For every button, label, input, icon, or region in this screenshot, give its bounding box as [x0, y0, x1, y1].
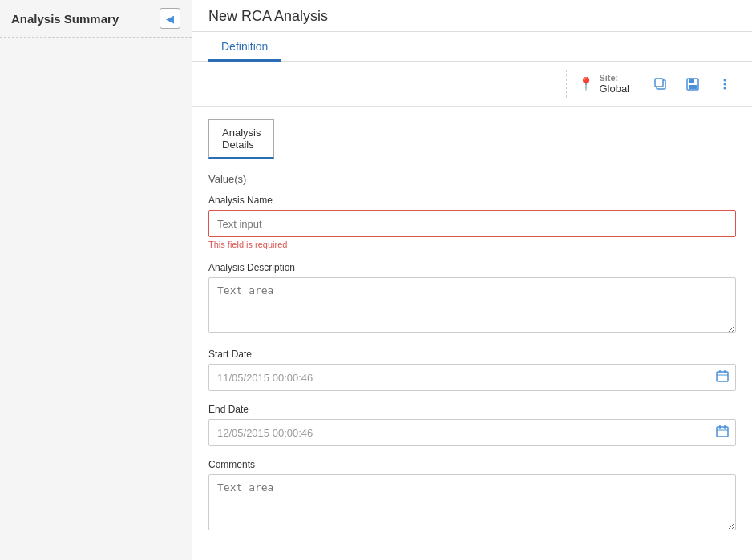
analysis-name-group: Analysis Name This field is required [208, 195, 736, 249]
svg-rect-4 [689, 85, 697, 89]
svg-point-7 [724, 87, 726, 89]
svg-rect-3 [689, 79, 694, 83]
sidebar-header: Analysis Summary ◀ [0, 0, 192, 38]
main-content: AnalysisDetails Value(s) Analysis Name T… [192, 107, 752, 560]
toolbar-actions [649, 73, 736, 95]
svg-rect-8 [717, 372, 728, 381]
section-values-label: Value(s) [208, 173, 736, 185]
start-date-wrapper [208, 364, 736, 391]
end-date-wrapper [208, 419, 736, 446]
end-date-input[interactable] [208, 419, 736, 446]
more-options-button[interactable] [714, 73, 736, 95]
analysis-description-label: Analysis Description [208, 262, 736, 273]
page-title: New RCA Analysis [192, 0, 752, 32]
site-details: Site: Global [599, 73, 629, 95]
start-date-label: Start Date [208, 348, 736, 360]
sidebar-title: Analysis Summary [11, 12, 119, 26]
svg-rect-12 [717, 427, 728, 437]
start-date-group: Start Date [208, 348, 736, 391]
tab-definition[interactable]: Definition [208, 32, 281, 62]
toolbar: 📍 Site: Global [192, 62, 752, 107]
start-date-input[interactable] [208, 364, 736, 391]
svg-rect-1 [655, 79, 663, 87]
main-panel: New RCA Analysis Definition 📍 Site: Glob… [192, 0, 752, 560]
comments-label: Comments [208, 459, 736, 470]
save-button[interactable] [681, 73, 704, 95]
analysis-description-group: Analysis Description [208, 262, 736, 336]
site-value: Global [599, 83, 629, 95]
svg-point-6 [724, 83, 726, 85]
inner-tab-bar: AnalysisDetails [208, 119, 736, 159]
analysis-description-textarea[interactable] [208, 277, 736, 333]
copy-button[interactable] [649, 73, 672, 95]
start-date-calendar-icon[interactable] [715, 369, 730, 386]
tab-analysis-details[interactable]: AnalysisDetails [208, 119, 274, 159]
tab-bar: Definition [192, 32, 752, 62]
sidebar-collapse-button[interactable]: ◀ [160, 8, 180, 29]
analysis-name-input[interactable] [208, 210, 736, 237]
location-icon: 📍 [578, 76, 594, 91]
end-date-calendar-icon[interactable] [715, 424, 730, 441]
sidebar: Analysis Summary ◀ [0, 0, 192, 560]
svg-point-5 [724, 79, 726, 81]
end-date-label: End Date [208, 404, 736, 415]
comments-textarea[interactable] [208, 474, 736, 530]
collapse-icon: ◀ [166, 13, 174, 25]
analysis-name-error: This field is required [208, 240, 736, 249]
comments-group: Comments [208, 459, 736, 533]
site-info: 📍 Site: Global [566, 70, 641, 98]
analysis-name-label: Analysis Name [208, 195, 736, 206]
end-date-group: End Date [208, 404, 736, 446]
site-label: Site: [599, 73, 629, 83]
